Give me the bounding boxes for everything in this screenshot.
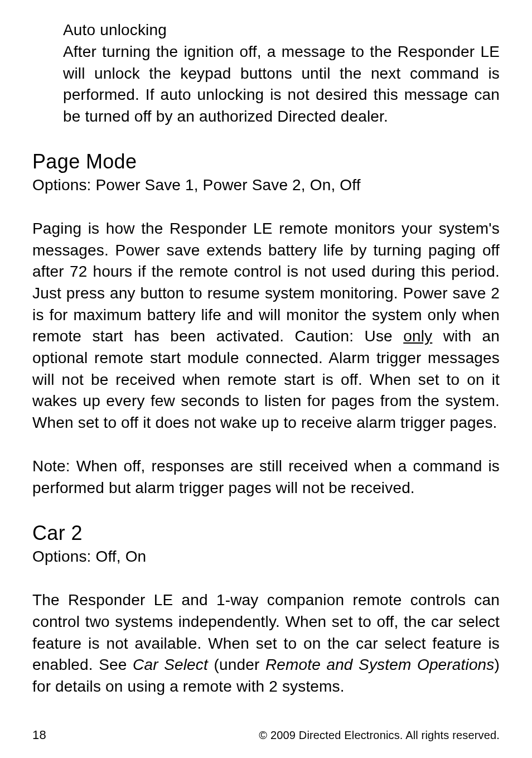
page-mode-heading: Page Mode bbox=[32, 150, 500, 173]
car-select-italic: Car Select bbox=[133, 656, 208, 673]
page-number: 18 bbox=[32, 728, 46, 742]
copyright-text: © 2009 Directed Electronics. All rights … bbox=[259, 729, 500, 742]
page-footer: 18 © 2009 Directed Electronics. All righ… bbox=[32, 728, 500, 742]
car2-heading: Car 2 bbox=[32, 522, 500, 545]
auto-unlocking-heading: Auto unlocking bbox=[63, 21, 500, 39]
page-mode-body: Paging is how the Responder LE remote mo… bbox=[32, 218, 500, 433]
auto-unlocking-body: After turning the ignition off, a messag… bbox=[63, 41, 500, 128]
page-mode-note: Note: When off, responses are still rece… bbox=[32, 456, 500, 499]
remote-ops-italic: Remote and System Operations bbox=[265, 656, 495, 673]
page-mode-options: Options: Power Save 1, Power Save 2, On,… bbox=[32, 175, 500, 196]
page-mode-body-part1: Paging is how the Responder LE remote mo… bbox=[32, 220, 500, 345]
caution-label: Caution: bbox=[295, 327, 354, 345]
car2-body: The Responder LE and 1-way companion rem… bbox=[32, 590, 500, 697]
page-mode-section: Page Mode Options: Power Save 1, Power S… bbox=[32, 150, 500, 499]
only-underlined: only bbox=[403, 327, 432, 345]
auto-unlocking-section: Auto unlocking After turning the ignitio… bbox=[32, 21, 500, 128]
car2-section: Car 2 Options: Off, On The Responder LE … bbox=[32, 522, 500, 698]
car2-options: Options: Off, On bbox=[32, 546, 500, 568]
page-mode-body-part2: Use bbox=[354, 327, 403, 345]
car2-body-part2: (under bbox=[208, 656, 265, 673]
